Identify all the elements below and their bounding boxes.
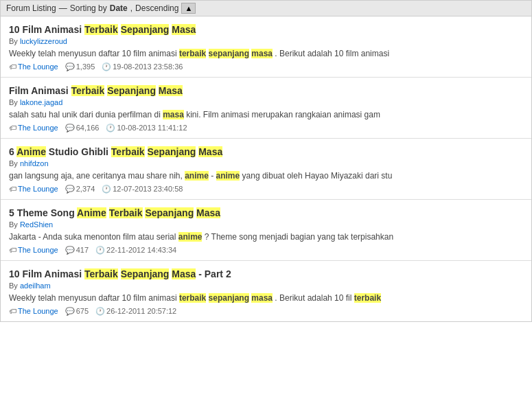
sort-field: Date <box>110 3 128 13</box>
post-item: 6 Anime Studio Ghibli Terbaik Sepanjang … <box>1 139 531 200</box>
highlight: Terbaik <box>84 24 118 35</box>
post-author: By luckylizzeroud <box>9 37 523 45</box>
author-link[interactable]: adeilham <box>20 281 51 290</box>
post-author: By nhifdzon <box>9 159 523 168</box>
post-title: 5 Theme Song Anime Terbaik Sepanjang Mas… <box>9 207 523 219</box>
highlight: terbaik <box>179 293 206 303</box>
tag-link[interactable]: The Lounge <box>18 124 58 132</box>
sort-by-label: Sorting by <box>70 3 107 13</box>
highlight: anime <box>216 171 240 181</box>
post-comments: 64,166 <box>65 124 100 133</box>
highlight: Sepanjang <box>121 24 170 35</box>
highlight: Sepanjang <box>121 268 170 279</box>
highlight: Anime <box>77 207 106 218</box>
post-title-link[interactable]: 5 Theme Song Anime Terbaik Sepanjang Mas… <box>9 207 220 218</box>
post-excerpt: salah satu hal unik dari dunia perfilman… <box>9 109 523 121</box>
highlight: terbaik <box>179 49 206 58</box>
post-date: 22-11-2012 14:43:34 <box>95 246 176 255</box>
highlight: terbaik <box>354 293 381 303</box>
post-meta: The Lounge 417 22-11-2012 14:43:34 <box>9 246 523 255</box>
post-list: 10 Film Animasi Terbaik Sepanjang Masa B… <box>0 16 532 322</box>
highlight: Sepanjang <box>145 207 194 218</box>
author-link[interactable]: lakone.jagad <box>20 98 62 106</box>
post-item: 5 Theme Song Anime Terbaik Sepanjang Mas… <box>1 200 531 261</box>
post-comments: 1,395 <box>65 62 95 71</box>
highlight: Sepanjang <box>107 85 156 96</box>
post-date: 10-08-2013 11:41:12 <box>106 124 187 133</box>
post-title: Film Animasi Terbaik Sepanjang Masa <box>9 84 523 97</box>
highlight: masa <box>251 49 273 58</box>
post-item: Film Animasi Terbaik Sepanjang Masa By l… <box>1 78 531 139</box>
highlight: Masa <box>196 207 220 218</box>
post-tag: The Lounge <box>9 307 58 315</box>
highlight: sepanjang <box>209 293 249 303</box>
sort-direction-button[interactable]: ▲ <box>181 3 196 14</box>
post-title: 6 Anime Studio Ghibli Terbaik Sepanjang … <box>9 146 523 158</box>
post-comments: 417 <box>65 246 89 255</box>
post-tag: The Lounge <box>9 124 58 132</box>
post-title-link[interactable]: 6 Anime Studio Ghibli Terbaik Sepanjang … <box>9 146 222 157</box>
author-link[interactable]: luckylizzeroud <box>20 37 67 45</box>
forum-listing-label: Forum Listing <box>6 3 56 13</box>
post-excerpt: Weekly telah menyusun daftar 10 film ani… <box>9 48 523 60</box>
post-author: By adeilham <box>9 281 523 290</box>
post-title-link[interactable]: 10 Film Animasi Terbaik Sepanjang Masa -… <box>9 268 231 279</box>
post-title: 10 Film Animasi Terbaik Sepanjang Masa <box>9 23 523 36</box>
author-link[interactable]: RedShien <box>20 220 53 229</box>
highlight: Sepanjang <box>148 146 196 157</box>
tag-link[interactable]: The Lounge <box>18 307 58 315</box>
tag-link[interactable]: The Lounge <box>18 62 58 71</box>
tag-link[interactable]: The Lounge <box>18 185 58 193</box>
highlight: Masa <box>172 268 196 279</box>
post-title-link[interactable]: Film Animasi Terbaik Sepanjang Masa <box>9 85 183 96</box>
post-item: 10 Film Animasi Terbaik Sepanjang Masa B… <box>1 16 531 78</box>
post-tag: The Lounge <box>9 185 58 193</box>
highlight: sepanjang <box>209 49 249 58</box>
post-date: 19-08-2013 23:58:36 <box>102 62 183 71</box>
author-link[interactable]: nhifdzon <box>20 159 49 168</box>
highlight: Anime <box>16 146 46 157</box>
post-excerpt: gan langsung aja, ane ceritanya mau shar… <box>9 170 523 182</box>
post-date: 26-12-2011 20:57:12 <box>95 307 176 316</box>
highlight: Masa <box>159 85 183 96</box>
highlight: Masa <box>172 24 196 35</box>
highlight: Masa <box>198 146 222 157</box>
post-author: By RedShien <box>9 220 523 229</box>
post-author: By lakone.jagad <box>9 98 523 106</box>
highlight: Terbaik <box>109 207 143 218</box>
tag-link[interactable]: The Lounge <box>18 246 58 254</box>
highlight: masa <box>163 110 184 119</box>
post-excerpt: Jakarta - Anda suka menonton film atau s… <box>9 231 523 243</box>
post-comments: 2,374 <box>65 185 95 194</box>
post-tag: The Lounge <box>9 246 58 254</box>
post-comments: 675 <box>65 307 89 316</box>
highlight: Terbaik <box>84 268 118 279</box>
forum-header: Forum Listing — Sorting by Date, Descend… <box>0 0 532 16</box>
highlight: anime <box>178 232 203 242</box>
highlight: Terbaik <box>111 146 145 157</box>
highlight: Terbaik <box>71 85 105 96</box>
post-title: 10 Film Animasi Terbaik Sepanjang Masa -… <box>9 268 523 280</box>
highlight: masa <box>251 293 273 303</box>
post-title-link[interactable]: 10 Film Animasi Terbaik Sepanjang Masa <box>9 24 196 35</box>
post-meta: The Lounge 2,374 12-07-2013 23:40:58 <box>9 185 523 194</box>
post-excerpt: Weekly telah menyusun daftar 10 film ani… <box>9 292 523 304</box>
post-meta: The Lounge 675 26-12-2011 20:57:12 <box>9 307 523 316</box>
post-meta: The Lounge 64,166 10-08-2013 11:41:12 <box>9 124 523 133</box>
sort-order: Descending <box>135 3 178 13</box>
post-tag: The Lounge <box>9 62 58 71</box>
post-meta: The Lounge 1,395 19-08-2013 23:58:36 <box>9 62 523 71</box>
post-date: 12-07-2013 23:40:58 <box>102 185 183 194</box>
header-separator: — <box>59 3 67 13</box>
post-item: 10 Film Animasi Terbaik Sepanjang Masa -… <box>1 261 531 321</box>
highlight: anime <box>185 171 209 181</box>
